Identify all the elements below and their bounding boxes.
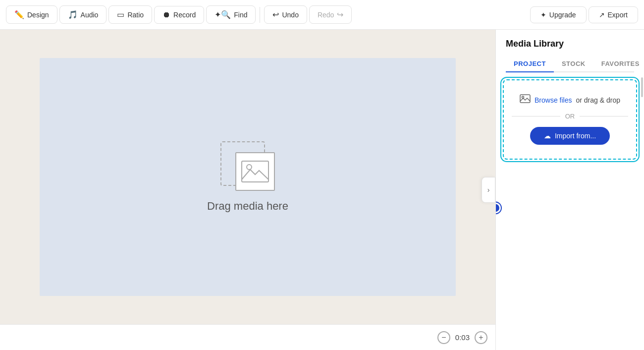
cloud-upload-icon: ☁ — [544, 132, 551, 140]
media-icon-wrap — [220, 141, 275, 191]
svg-point-1 — [247, 165, 252, 170]
record-icon: ⏺ — [162, 10, 170, 19]
tab-stock[interactable]: STOCK — [554, 56, 593, 72]
media-tabs: PROJECT STOCK FAVORITES — [506, 56, 634, 72]
record-button[interactable]: ⏺ Record — [154, 6, 204, 24]
export-icon: ↗ — [599, 11, 605, 19]
tab-project[interactable]: PROJECT — [506, 56, 554, 72]
media-library-body: Browse files or drag & drop OR ☁ Import … — [496, 72, 644, 350]
toolbar-divider — [260, 7, 260, 23]
audio-button[interactable]: 🎵 Audio — [59, 5, 107, 24]
pen-icon: ✏️ — [14, 10, 24, 19]
collapse-handle[interactable]: › — [482, 177, 495, 203]
blue-dot-indicator — [496, 202, 501, 213]
upload-top-row: Browse files or drag & drop — [520, 94, 620, 106]
timeline-bar: − 0:03 + — [0, 324, 495, 350]
svg-rect-0 — [242, 161, 268, 182]
tab-favorites[interactable]: FAVORITES — [593, 56, 644, 72]
upload-zone[interactable]: Browse files or drag & drop OR ☁ Import … — [503, 79, 637, 160]
chevron-right-icon: › — [487, 186, 490, 194]
search-icon: ✦🔍 — [215, 10, 231, 19]
time-display: 0:03 — [455, 333, 470, 342]
media-library-title: Media Library — [506, 39, 634, 49]
upgrade-star-icon: ✦ — [540, 11, 546, 19]
undo-button[interactable]: ↩ Undo — [264, 5, 307, 24]
find-button[interactable]: ✦🔍 Find — [206, 5, 256, 24]
design-button[interactable]: ✏️ Design — [6, 5, 57, 24]
toolbar: ✏️ Design 🎵 Audio ▭ Ratio ⏺ Record ✦🔍 Fi… — [0, 0, 644, 30]
svg-point-3 — [522, 96, 524, 98]
sidebar-scrollbar[interactable] — [641, 77, 643, 345]
ratio-button[interactable]: ▭ Ratio — [108, 5, 152, 24]
canvas-wrapper: Drag media here — [0, 30, 495, 324]
svg-rect-2 — [520, 95, 530, 103]
undo-icon: ↩ — [272, 10, 279, 19]
media-library-header: Media Library PROJECT STOCK FAVORITES — [496, 30, 644, 72]
or-divider: OR — [512, 113, 628, 120]
upgrade-button[interactable]: ✦ Upgrade — [530, 6, 587, 23]
drag-drop-text: or drag & drop — [576, 96, 620, 104]
canvas-area: Drag media here › − 0:03 + — [0, 30, 495, 350]
image-upload-icon — [520, 94, 531, 106]
redo-icon: ↪ — [337, 10, 343, 19]
ratio-icon: ▭ — [117, 10, 124, 19]
time-increase-button[interactable]: + — [475, 331, 487, 344]
import-from-button[interactable]: ☁ Import from... — [530, 127, 610, 145]
image-placeholder-icon — [235, 152, 275, 191]
export-button[interactable]: ↗ Export — [589, 6, 638, 23]
canvas-media-placeholder: Drag media here — [207, 141, 288, 213]
redo-button[interactable]: Redo ↪ — [309, 5, 352, 24]
main-area: Drag media here › − 0:03 + Media Library… — [0, 30, 644, 350]
scrollbar-thumb — [641, 77, 643, 97]
canvas[interactable]: Drag media here — [40, 58, 456, 296]
media-library-sidebar: Media Library PROJECT STOCK FAVORITES — [495, 30, 644, 350]
time-decrease-button[interactable]: − — [437, 331, 450, 344]
browse-files-link[interactable]: Browse files — [535, 96, 572, 104]
canvas-drag-label: Drag media here — [207, 200, 288, 213]
music-icon: 🎵 — [68, 10, 78, 19]
